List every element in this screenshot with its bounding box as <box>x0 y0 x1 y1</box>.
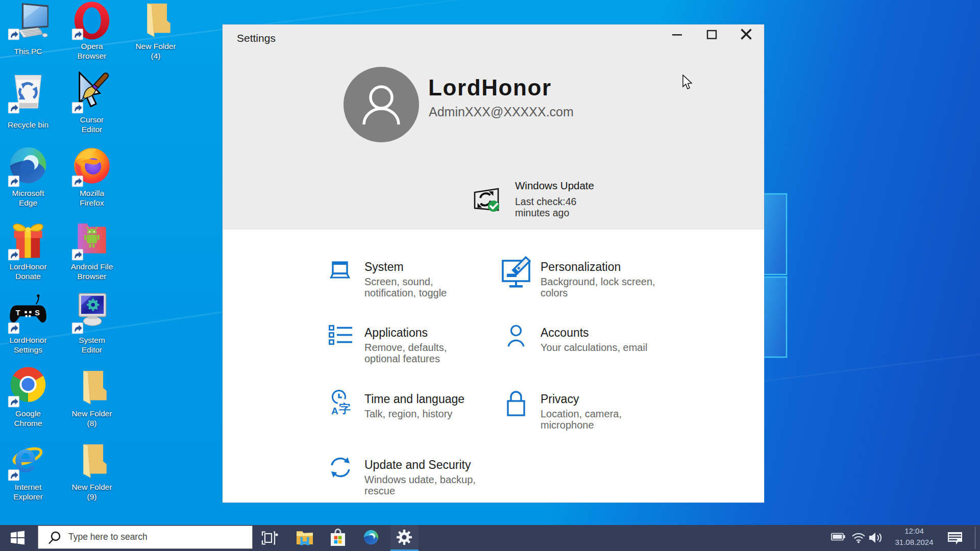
svg-text:A: A <box>331 406 338 416</box>
svg-text:字: 字 <box>339 402 351 415</box>
svg-text:S: S <box>35 309 40 317</box>
svg-text:T: T <box>16 309 20 317</box>
